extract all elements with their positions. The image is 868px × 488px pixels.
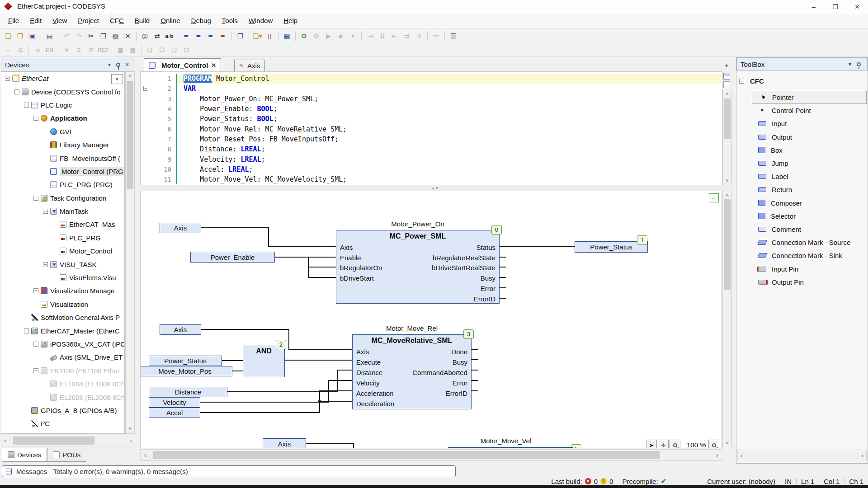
cfc-input-axis-2[interactable]: Axis <box>160 324 201 335</box>
toolbox-horizontal-scrollbar[interactable]: ‹ › <box>737 450 867 461</box>
output-pin-label[interactable]: bDriveStartRealState <box>432 264 495 272</box>
code-line-6[interactable]: 6 Motor_Move_Rel: MC_MoveRelative_SML; <box>141 124 722 134</box>
edit-object-icon[interactable]: ▯ <box>264 31 275 42</box>
paste-icon[interactable]: ▨ <box>110 31 121 42</box>
collapse-icon[interactable]: − <box>33 342 38 347</box>
input-pin-label[interactable]: bRegulatorOn <box>340 264 382 272</box>
maximize-button[interactable]: ❐ <box>825 0 846 14</box>
editor-tab-motor-control[interactable]: Motor_Control✕ <box>144 58 221 71</box>
menu-tools[interactable]: Tools <box>217 14 243 28</box>
zoom-level[interactable]: 100 % <box>687 441 706 448</box>
tree-item-ipos360x-vx-cat-ipc[interactable]: −iPOS360x_VX_CAT (iPC <box>1 338 124 351</box>
tree-item-gvl[interactable]: GVL <box>1 125 124 138</box>
collapse-icon[interactable]: − <box>33 368 38 373</box>
input-pin-label[interactable]: Execute <box>356 358 381 366</box>
panel-menu-icon[interactable]: ▾ <box>846 61 854 67</box>
cfc-canvas[interactable]: Axis ↔ Power_Enable Motor_Power_On 0 MC_… <box>140 191 722 448</box>
tree-item-plc-prg[interactable]: PLC_PRG <box>1 231 124 244</box>
tree-item-visualization[interactable]: Visualization <box>1 298 124 311</box>
options-icon[interactable]: ☰ <box>448 31 459 42</box>
tree-item-spi[interactable]: SPI <box>1 431 124 434</box>
pin-icon[interactable] <box>857 62 861 66</box>
tree-item-ethercat-mas[interactable]: EtherCAT_Mas <box>1 218 124 231</box>
bookmark-toggle-icon[interactable]: ✒ <box>181 31 192 42</box>
collapse-icon[interactable]: − <box>739 79 744 84</box>
editor-splitter[interactable]: ▴▾ <box>140 185 731 191</box>
bookmark-next-icon[interactable]: ✒ <box>193 31 204 42</box>
output-pin-label[interactable]: Error <box>453 379 467 387</box>
toolbox-item-box[interactable]: Box <box>752 144 867 157</box>
select-mode-button[interactable]: ➤ <box>646 440 657 448</box>
output-pin-label[interactable]: ErrorID <box>474 295 495 303</box>
output-pin-label[interactable]: Error <box>481 285 495 292</box>
tree-item-ethercat-master-etherc[interactable]: −EtherCAT_Master (EtherC <box>1 324 124 337</box>
tree-item-task-configuration[interactable]: −Task Configuration <box>1 192 124 205</box>
toolbox-item-output[interactable]: Output <box>752 131 867 144</box>
menu-window[interactable]: Window <box>243 14 278 28</box>
bottom-tab-pous[interactable]: POUs <box>47 448 86 462</box>
fold-icon[interactable]: − <box>143 86 148 91</box>
tree-item-visuelems-visu[interactable]: VisuElems.Visu <box>1 271 124 284</box>
input-pin-label[interactable]: bDriveStart <box>340 274 374 282</box>
pan-mode-button[interactable]: ✛ <box>658 440 669 448</box>
copy-all-icon[interactable]: ❐ <box>235 31 246 42</box>
menu-file[interactable]: File <box>3 14 24 28</box>
toolbox-item-control-point[interactable]: Control Point <box>752 104 867 117</box>
copy-icon[interactable]: ❐ <box>98 31 109 42</box>
new-project-icon[interactable]: ❏ <box>2 31 14 42</box>
collapse-icon[interactable]: − <box>33 116 38 121</box>
code-editor[interactable]: 1PROGRAM Motor_Control−2VAR3 Motor_Power… <box>140 71 722 185</box>
input-pin-label[interactable]: Deceleration <box>356 400 394 408</box>
input-pin-label[interactable]: Axis <box>356 348 369 356</box>
tree-item-visu-task[interactable]: −VISU_TASK <box>1 258 124 271</box>
print-icon[interactable]: ▤ <box>44 31 55 42</box>
toolbox-group-cfc[interactable]: − CFC <box>739 77 764 85</box>
close-button[interactable]: ✕ <box>846 0 868 14</box>
panel-close-icon[interactable]: ✕ <box>123 61 131 68</box>
toolbox-item-jump[interactable]: Jump <box>752 157 867 170</box>
toolbox-item-comment[interactable]: Comment <box>752 223 867 236</box>
document-outline-icon[interactable] <box>723 81 730 88</box>
minimize-button[interactable]: – <box>803 0 825 14</box>
output-pin-label[interactable]: Done <box>451 348 467 356</box>
tree-item-axis-sml-drive-et[interactable]: Axis (SML_Drive_ET <box>1 351 124 364</box>
output-pin-label[interactable]: bRegulatorRealState <box>433 254 495 262</box>
toolbox-item-connection-mark-sink[interactable]: Connection Mark - Sink <box>752 249 867 262</box>
zoom-mode-button[interactable] <box>670 440 680 448</box>
menu-build[interactable]: Build <box>129 14 155 28</box>
menu-edit[interactable]: Edit <box>24 14 47 28</box>
cfc-input-power-enable[interactable]: Power_Enable <box>190 252 275 263</box>
toolbox-item-connection-mark-source[interactable]: Connection Mark - Source <box>752 236 867 249</box>
tree-item-i-c[interactable]: I²C <box>1 417 124 430</box>
delete-icon[interactable]: ✕ <box>122 31 133 42</box>
tree-item-application[interactable]: −Application <box>1 112 124 125</box>
close-tab-icon[interactable]: ✕ <box>211 62 216 69</box>
tree-item-motor-control[interactable]: Motor_Control <box>1 244 124 258</box>
collapse-icon[interactable]: − <box>14 89 19 94</box>
expand-icon[interactable]: + <box>33 288 38 293</box>
cfc-navigator-icon[interactable]: ⌐ <box>709 193 719 202</box>
code-line-11[interactable]: 11 Motor_Move_Vel: MC_MoveVelocity_SML; <box>141 174 722 184</box>
code-line-2[interactable]: −2VAR <box>141 84 722 94</box>
menu-cfc[interactable]: CFC <box>104 14 129 28</box>
cfc-block-mc-power-sml[interactable]: Motor_Power_On 0 MC_Power_SML AxisStatus… <box>336 230 500 304</box>
cfc-input-power-status[interactable]: Power_Status <box>149 356 222 366</box>
cfc-input-velocity[interactable]: Velocity <box>149 397 200 408</box>
input-pin-label[interactable]: Acceleration <box>356 389 394 397</box>
output-pin-label[interactable]: Status <box>476 244 495 251</box>
menu-help[interactable]: Help <box>278 14 303 28</box>
code-line-9[interactable]: 9 Velocity: LREAL; <box>141 154 722 164</box>
collapse-icon[interactable]: − <box>24 328 29 333</box>
tree-item-library-manager[interactable]: Library Manager <box>1 138 124 151</box>
tree-item-maintask[interactable]: −MainTask <box>1 205 124 218</box>
split-view-icon[interactable] <box>723 73 730 80</box>
toolbox-item-input-pin[interactable]: Input Pin <box>752 263 867 276</box>
device-selector-dropdown[interactable]: ▾ <box>111 74 123 84</box>
output-pin-label[interactable]: Busy <box>453 358 467 366</box>
tree-item-visualization-manage[interactable]: +Visualization Manage <box>1 284 124 297</box>
login-icon[interactable]: ⚙ <box>298 31 310 42</box>
toolbox-item-selector[interactable]: Selector <box>752 210 867 223</box>
tree-item-ethercat[interactable]: −EtherCat <box>1 72 124 85</box>
toolbox-item-output-pin[interactable]: Output Pin <box>752 276 867 289</box>
editor-horizontal-scrollbar[interactable]: ‹ › <box>140 449 722 461</box>
